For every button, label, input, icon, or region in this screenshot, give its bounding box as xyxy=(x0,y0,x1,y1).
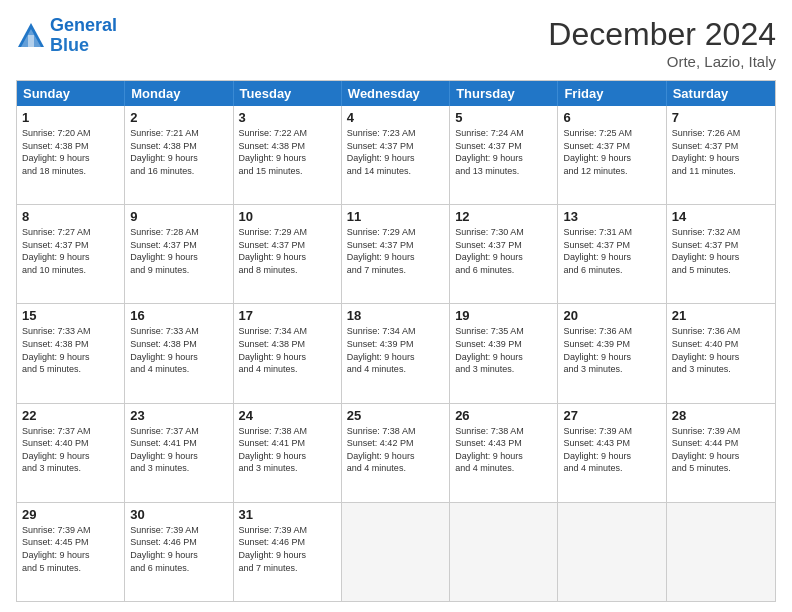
cell-info: Sunrise: 7:29 AMSunset: 4:37 PMDaylight:… xyxy=(347,226,444,276)
day-number: 3 xyxy=(239,110,336,125)
table-row: 26Sunrise: 7:38 AMSunset: 4:43 PMDayligh… xyxy=(450,404,558,502)
cell-info: Sunrise: 7:26 AMSunset: 4:37 PMDaylight:… xyxy=(672,127,770,177)
table-row: 31Sunrise: 7:39 AMSunset: 4:46 PMDayligh… xyxy=(234,503,342,601)
logo: General Blue xyxy=(16,16,117,56)
calendar-row: 22Sunrise: 7:37 AMSunset: 4:40 PMDayligh… xyxy=(17,403,775,502)
cell-info: Sunrise: 7:38 AMSunset: 4:43 PMDaylight:… xyxy=(455,425,552,475)
header-day-thursday: Thursday xyxy=(450,81,558,106)
cell-info: Sunrise: 7:23 AMSunset: 4:37 PMDaylight:… xyxy=(347,127,444,177)
cell-info: Sunrise: 7:21 AMSunset: 4:38 PMDaylight:… xyxy=(130,127,227,177)
cell-info: Sunrise: 7:22 AMSunset: 4:38 PMDaylight:… xyxy=(239,127,336,177)
day-number: 8 xyxy=(22,209,119,224)
table-row: 19Sunrise: 7:35 AMSunset: 4:39 PMDayligh… xyxy=(450,304,558,402)
day-number: 27 xyxy=(563,408,660,423)
table-row: 3Sunrise: 7:22 AMSunset: 4:38 PMDaylight… xyxy=(234,106,342,204)
header-day-friday: Friday xyxy=(558,81,666,106)
table-row: 9Sunrise: 7:28 AMSunset: 4:37 PMDaylight… xyxy=(125,205,233,303)
table-row: 11Sunrise: 7:29 AMSunset: 4:37 PMDayligh… xyxy=(342,205,450,303)
day-number: 25 xyxy=(347,408,444,423)
table-row xyxy=(558,503,666,601)
cell-info: Sunrise: 7:36 AMSunset: 4:40 PMDaylight:… xyxy=(672,325,770,375)
table-row xyxy=(450,503,558,601)
table-row: 12Sunrise: 7:30 AMSunset: 4:37 PMDayligh… xyxy=(450,205,558,303)
cell-info: Sunrise: 7:39 AMSunset: 4:44 PMDaylight:… xyxy=(672,425,770,475)
day-number: 29 xyxy=(22,507,119,522)
table-row: 8Sunrise: 7:27 AMSunset: 4:37 PMDaylight… xyxy=(17,205,125,303)
calendar-header: SundayMondayTuesdayWednesdayThursdayFrid… xyxy=(17,81,775,106)
calendar-row: 15Sunrise: 7:33 AMSunset: 4:38 PMDayligh… xyxy=(17,303,775,402)
cell-info: Sunrise: 7:37 AMSunset: 4:41 PMDaylight:… xyxy=(130,425,227,475)
day-number: 15 xyxy=(22,308,119,323)
table-row: 23Sunrise: 7:37 AMSunset: 4:41 PMDayligh… xyxy=(125,404,233,502)
cell-info: Sunrise: 7:39 AMSunset: 4:46 PMDaylight:… xyxy=(130,524,227,574)
page: General Blue December 2024 Orte, Lazio, … xyxy=(0,0,792,612)
table-row: 21Sunrise: 7:36 AMSunset: 4:40 PMDayligh… xyxy=(667,304,775,402)
cell-info: Sunrise: 7:25 AMSunset: 4:37 PMDaylight:… xyxy=(563,127,660,177)
day-number: 12 xyxy=(455,209,552,224)
table-row xyxy=(342,503,450,601)
day-number: 18 xyxy=(347,308,444,323)
day-number: 20 xyxy=(563,308,660,323)
header-day-monday: Monday xyxy=(125,81,233,106)
table-row: 2Sunrise: 7:21 AMSunset: 4:38 PMDaylight… xyxy=(125,106,233,204)
header-day-saturday: Saturday xyxy=(667,81,775,106)
calendar-row: 29Sunrise: 7:39 AMSunset: 4:45 PMDayligh… xyxy=(17,502,775,601)
table-row: 27Sunrise: 7:39 AMSunset: 4:43 PMDayligh… xyxy=(558,404,666,502)
day-number: 1 xyxy=(22,110,119,125)
day-number: 19 xyxy=(455,308,552,323)
logo-text: General Blue xyxy=(50,16,117,56)
cell-info: Sunrise: 7:33 AMSunset: 4:38 PMDaylight:… xyxy=(130,325,227,375)
day-number: 13 xyxy=(563,209,660,224)
cell-info: Sunrise: 7:39 AMSunset: 4:46 PMDaylight:… xyxy=(239,524,336,574)
cell-info: Sunrise: 7:39 AMSunset: 4:43 PMDaylight:… xyxy=(563,425,660,475)
cell-info: Sunrise: 7:33 AMSunset: 4:38 PMDaylight:… xyxy=(22,325,119,375)
cell-info: Sunrise: 7:32 AMSunset: 4:37 PMDaylight:… xyxy=(672,226,770,276)
table-row: 30Sunrise: 7:39 AMSunset: 4:46 PMDayligh… xyxy=(125,503,233,601)
day-number: 22 xyxy=(22,408,119,423)
table-row: 7Sunrise: 7:26 AMSunset: 4:37 PMDaylight… xyxy=(667,106,775,204)
logo-line1: General xyxy=(50,15,117,35)
header: General Blue December 2024 Orte, Lazio, … xyxy=(16,16,776,70)
cell-info: Sunrise: 7:35 AMSunset: 4:39 PMDaylight:… xyxy=(455,325,552,375)
table-row: 28Sunrise: 7:39 AMSunset: 4:44 PMDayligh… xyxy=(667,404,775,502)
day-number: 2 xyxy=(130,110,227,125)
calendar-row: 8Sunrise: 7:27 AMSunset: 4:37 PMDaylight… xyxy=(17,204,775,303)
table-row: 10Sunrise: 7:29 AMSunset: 4:37 PMDayligh… xyxy=(234,205,342,303)
cell-info: Sunrise: 7:24 AMSunset: 4:37 PMDaylight:… xyxy=(455,127,552,177)
table-row: 16Sunrise: 7:33 AMSunset: 4:38 PMDayligh… xyxy=(125,304,233,402)
day-number: 30 xyxy=(130,507,227,522)
cell-info: Sunrise: 7:38 AMSunset: 4:41 PMDaylight:… xyxy=(239,425,336,475)
table-row: 15Sunrise: 7:33 AMSunset: 4:38 PMDayligh… xyxy=(17,304,125,402)
logo-icon xyxy=(16,21,46,51)
table-row xyxy=(667,503,775,601)
day-number: 24 xyxy=(239,408,336,423)
day-number: 17 xyxy=(239,308,336,323)
logo-line2: Blue xyxy=(50,35,89,55)
day-number: 7 xyxy=(672,110,770,125)
table-row: 29Sunrise: 7:39 AMSunset: 4:45 PMDayligh… xyxy=(17,503,125,601)
cell-info: Sunrise: 7:31 AMSunset: 4:37 PMDaylight:… xyxy=(563,226,660,276)
table-row: 17Sunrise: 7:34 AMSunset: 4:38 PMDayligh… xyxy=(234,304,342,402)
day-number: 4 xyxy=(347,110,444,125)
table-row: 13Sunrise: 7:31 AMSunset: 4:37 PMDayligh… xyxy=(558,205,666,303)
table-row: 20Sunrise: 7:36 AMSunset: 4:39 PMDayligh… xyxy=(558,304,666,402)
table-row: 5Sunrise: 7:24 AMSunset: 4:37 PMDaylight… xyxy=(450,106,558,204)
header-day-tuesday: Tuesday xyxy=(234,81,342,106)
svg-rect-2 xyxy=(28,35,34,47)
day-number: 26 xyxy=(455,408,552,423)
day-number: 28 xyxy=(672,408,770,423)
cell-info: Sunrise: 7:39 AMSunset: 4:45 PMDaylight:… xyxy=(22,524,119,574)
cell-info: Sunrise: 7:30 AMSunset: 4:37 PMDaylight:… xyxy=(455,226,552,276)
location: Orte, Lazio, Italy xyxy=(548,53,776,70)
day-number: 10 xyxy=(239,209,336,224)
cell-info: Sunrise: 7:34 AMSunset: 4:39 PMDaylight:… xyxy=(347,325,444,375)
table-row: 6Sunrise: 7:25 AMSunset: 4:37 PMDaylight… xyxy=(558,106,666,204)
day-number: 5 xyxy=(455,110,552,125)
calendar-body: 1Sunrise: 7:20 AMSunset: 4:38 PMDaylight… xyxy=(17,106,775,601)
day-number: 16 xyxy=(130,308,227,323)
title-area: December 2024 Orte, Lazio, Italy xyxy=(548,16,776,70)
month-title: December 2024 xyxy=(548,16,776,53)
day-number: 21 xyxy=(672,308,770,323)
cell-info: Sunrise: 7:20 AMSunset: 4:38 PMDaylight:… xyxy=(22,127,119,177)
cell-info: Sunrise: 7:34 AMSunset: 4:38 PMDaylight:… xyxy=(239,325,336,375)
